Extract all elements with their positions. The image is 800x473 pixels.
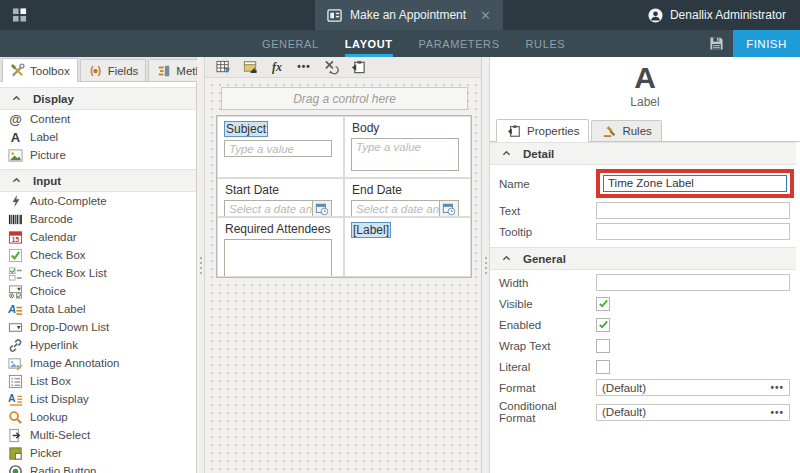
sidebar-tab-fields[interactable]: (●)Fields — [80, 59, 147, 81]
sidebar-item-list-box[interactable]: List Box — [0, 372, 196, 390]
sidebar-item-image-annotation[interactable]: Image Annotation — [0, 354, 196, 372]
paste-button[interactable] — [350, 59, 366, 75]
sidebar-item-calendar[interactable]: 15Calendar — [0, 228, 196, 246]
sidebar-item-list-display[interactable]: AList Display — [0, 390, 196, 408]
sidebar-item-check-box[interactable]: Check Box — [0, 246, 196, 264]
sidebar-splitter[interactable] — [197, 57, 205, 473]
chevron-up-icon — [9, 91, 24, 106]
property-control: Time Zone Label — [596, 169, 790, 198]
input-required-attendees[interactable] — [224, 239, 332, 277]
wrap-text-checkbox[interactable] — [596, 339, 610, 353]
date-picker-button[interactable] — [312, 200, 332, 217]
properties-tab-rules[interactable]: Rules — [591, 120, 661, 141]
check-box-icon — [8, 248, 23, 263]
save-button[interactable] — [699, 30, 733, 57]
table-properties-button[interactable] — [215, 59, 231, 75]
sidebar-item-picture[interactable]: Picture — [0, 146, 196, 164]
lookup-icon — [8, 410, 23, 425]
form-cell-end-date[interactable]: End DateSelect a date and — [344, 178, 471, 217]
section-header-display[interactable]: Display — [0, 87, 196, 110]
property-label: Tooltip — [499, 226, 596, 238]
property-label: Visible — [499, 298, 596, 310]
data-label-icon: A — [8, 302, 23, 317]
form-icon — [327, 8, 342, 23]
form-table: SubjectType a valueBodyType a valueStart… — [216, 115, 472, 278]
conditional-format-picker[interactable]: (Default)••• — [596, 404, 790, 421]
form-cell-start-date[interactable]: Start DateSelect a date and — [217, 178, 344, 217]
form-cell-required-attendees[interactable]: Required Attendees — [217, 217, 344, 277]
form-cell-subject[interactable]: SubjectType a value — [217, 116, 344, 178]
selected-control-label[interactable]: [Label] — [351, 222, 391, 238]
document-tab[interactable]: Make an Appointment ✕ — [315, 0, 503, 30]
format-picker[interactable]: (Default)••• — [596, 379, 790, 396]
sidebar-item-lookup[interactable]: Lookup — [0, 408, 196, 426]
property-label: Text — [499, 205, 596, 217]
input-end-date[interactable]: Select a date and — [351, 200, 439, 217]
sidebar-tab-toolbox[interactable]: Toolbox — [2, 58, 78, 82]
check-box-list-icon — [8, 266, 23, 281]
more-button[interactable]: ••• — [296, 59, 312, 75]
property-control: (Default)••• — [596, 379, 790, 396]
nav-tab-general[interactable]: GENERAL — [262, 30, 319, 57]
tooltip-field[interactable] — [596, 223, 790, 240]
properties-section-general[interactable]: General — [490, 247, 796, 270]
item-label: Calendar — [30, 231, 77, 243]
sidebar-item-choice[interactable]: Choice — [0, 282, 196, 300]
canvas-splitter[interactable] — [482, 57, 490, 473]
app-menu-button[interactable] — [0, 0, 60, 30]
sidebar-item-label[interactable]: ALabel — [0, 128, 196, 146]
sidebar-item-auto-complete[interactable]: Auto-Complete — [0, 192, 196, 210]
finish-button[interactable]: FINISH — [733, 30, 800, 57]
date-picker-button[interactable] — [439, 200, 459, 217]
input-subject[interactable]: Type a value — [224, 140, 332, 157]
nav-tab-layout[interactable]: LAYOUT — [345, 30, 393, 57]
item-label: Picture — [30, 149, 66, 161]
canvas-surface[interactable]: Drag a control here SubjectType a valueB… — [205, 78, 481, 473]
properties-section-detail[interactable]: Detail — [490, 142, 796, 165]
section-title: General — [523, 253, 566, 265]
text-field[interactable] — [596, 202, 790, 219]
sidebar-item-picker[interactable]: Picker — [0, 444, 196, 462]
sidebar-item-hyperlink[interactable]: Hyperlink — [0, 336, 196, 354]
form-cell-body[interactable]: BodyType a value — [344, 116, 471, 178]
sidebar-item-check-box-list[interactable]: Check Box List — [0, 264, 196, 282]
name-field[interactable]: Time Zone Label — [603, 175, 787, 192]
ellipsis-button[interactable]: ••• — [770, 407, 784, 418]
close-icon[interactable]: ✕ — [480, 8, 491, 23]
sidebar-item-content[interactable]: @Content — [0, 110, 196, 128]
control-label-start-date[interactable]: Start Date — [224, 183, 280, 197]
check-mark-icon — [596, 317, 611, 332]
literal-checkbox[interactable] — [596, 360, 610, 374]
sidebar-item-multi-select[interactable]: Multi-Select — [0, 426, 196, 444]
sidebar-item-drop-down-list[interactable]: Drop-Down List — [0, 318, 196, 336]
control-label-required-attendees[interactable]: Required Attendees — [224, 222, 331, 236]
visible-checkbox[interactable] — [596, 297, 610, 311]
item-label: Radio Button — [30, 465, 97, 473]
item-label: Label — [30, 131, 58, 143]
form-cell-label[interactable]: [Label] — [344, 217, 471, 277]
section-header-input[interactable]: Input — [0, 169, 196, 192]
nav-tab-parameters[interactable]: PARAMETERS — [419, 30, 500, 57]
properties-tab-properties[interactable]: Properties — [496, 119, 589, 142]
input-start-date[interactable]: Select a date and — [224, 200, 312, 217]
user-menu[interactable]: Denallix Administrator — [648, 0, 800, 30]
ellipsis-button[interactable]: ••• — [770, 382, 784, 393]
control-label-end-date[interactable]: End Date — [351, 183, 403, 197]
control-type-label: Label — [490, 95, 800, 109]
sidebar-item-radio-button[interactable]: Radio Button — [0, 462, 196, 473]
input-body[interactable]: Type a value — [351, 138, 459, 171]
enabled-checkbox[interactable] — [596, 318, 610, 332]
control-label-body[interactable]: Body — [351, 121, 380, 135]
clear-button[interactable] — [323, 59, 339, 75]
selected-control-header: A Label — [490, 57, 800, 109]
sidebar-item-data-label[interactable]: AData Label — [0, 300, 196, 318]
selected-control-subject[interactable]: Subject — [224, 121, 268, 137]
nav-tab-rules[interactable]: RULES — [526, 30, 566, 57]
drop-target[interactable]: Drag a control here — [221, 87, 468, 110]
sidebar-item-barcode[interactable]: Barcode — [0, 210, 196, 228]
expression-button[interactable]: fx — [269, 59, 285, 75]
drop-down-list-icon — [8, 320, 23, 335]
item-label: Auto-Complete — [30, 195, 107, 207]
width-field[interactable] — [596, 274, 790, 291]
view-swap-button[interactable] — [242, 59, 258, 75]
